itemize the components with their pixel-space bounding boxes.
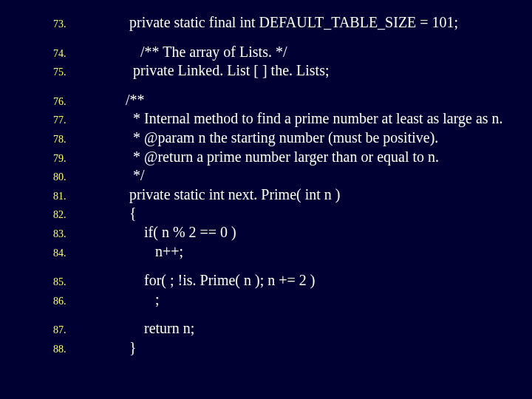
code-line: 88. } <box>0 338 532 358</box>
code-line: 85. for( ; !is. Prime( n ); n += 2 ) <box>0 271 532 290</box>
code-line: 84. n++; <box>0 242 532 262</box>
code-text: private Linked. List [ ] the. Lists; <box>111 61 532 81</box>
code-text: ; <box>111 290 532 310</box>
blank-line <box>0 309 532 319</box>
code-text: return n; <box>111 319 532 338</box>
slide-container: 73. private static final int DEFAULT_TAB… <box>0 0 532 399</box>
code-line: 81. private static int next. Prime( int … <box>0 185 532 205</box>
line-number: 74. <box>0 47 111 61</box>
code-line: 74. /** The array of Lists. */ <box>0 43 532 62</box>
line-number: 88. <box>0 343 111 356</box>
line-number: 82. <box>0 208 111 222</box>
code-text: private static final int DEFAULT_TABLE_S… <box>111 13 532 33</box>
code-text: */ <box>111 166 532 185</box>
code-line: 78. * @param n the starting number (must… <box>0 129 532 148</box>
line-number: 83. <box>0 228 111 241</box>
code-line: 76. /** <box>0 91 532 110</box>
blank-line <box>0 33 532 43</box>
code-line: 79. * @return a prime number larger than… <box>0 148 532 167</box>
code-line: 77. * Internal method to find a prime nu… <box>0 109 532 129</box>
code-text: if( n % 2 == 0 ) <box>111 223 532 242</box>
code-line: 82. { <box>0 204 532 223</box>
line-number: 76. <box>0 95 111 109</box>
line-number: 81. <box>0 190 111 203</box>
code-text: for( ; !is. Prime( n ); n += 2 ) <box>111 271 532 290</box>
line-number: 73. <box>0 18 111 31</box>
code-text: * @param n the starting number (must be … <box>111 129 532 148</box>
code-text: * @return a prime number larger than or … <box>111 148 532 167</box>
line-number: 84. <box>0 247 111 260</box>
blank-line <box>0 261 532 271</box>
code-text: /** The array of Lists. */ <box>111 43 532 62</box>
line-number: 86. <box>0 295 111 308</box>
blank-line <box>0 81 532 91</box>
code-text: private static int next. Prime( int n ) <box>111 185 532 205</box>
line-number: 75. <box>0 66 111 79</box>
line-number: 87. <box>0 324 111 337</box>
code-line: 75. private Linked. List [ ] the. Lists; <box>0 61 532 81</box>
line-number: 80. <box>0 171 111 184</box>
line-number: 77. <box>0 114 111 127</box>
code-text: n++; <box>111 242 532 262</box>
code-line: 80. */ <box>0 166 532 185</box>
code-line: 83. if( n % 2 == 0 ) <box>0 223 532 242</box>
code-text: { <box>111 204 532 223</box>
line-number: 85. <box>0 276 111 289</box>
code-text: /** <box>111 91 532 110</box>
code-text: * Internal method to find a prime number… <box>111 109 532 129</box>
line-number: 78. <box>0 133 111 146</box>
code-text: } <box>111 338 532 358</box>
code-line: 86. ; <box>0 290 532 310</box>
line-number: 79. <box>0 152 111 166</box>
code-line: 87. return n; <box>0 319 532 338</box>
code-line: 73. private static final int DEFAULT_TAB… <box>0 13 532 33</box>
